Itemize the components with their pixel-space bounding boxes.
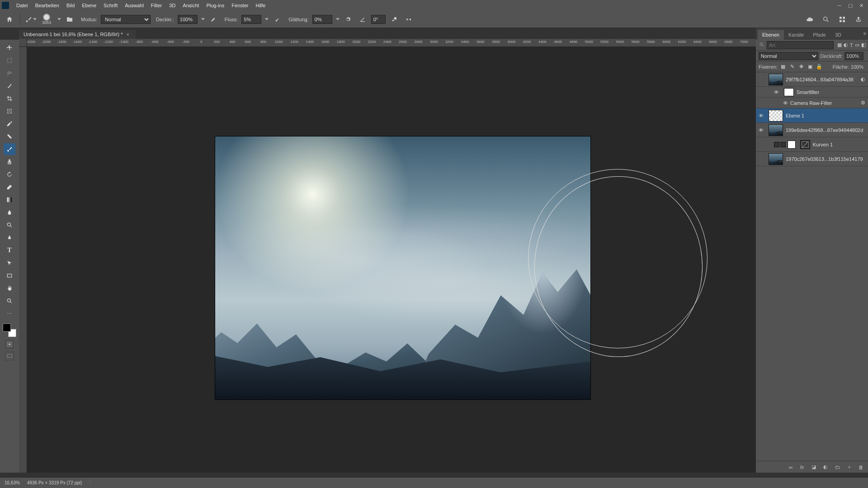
lock-artboard-icon[interactable]: ▣: [807, 63, 814, 70]
visibility-toggle[interactable]: 👁: [771, 89, 781, 95]
healing-tool[interactable]: [4, 131, 15, 142]
pressure-opacity-toggle[interactable]: [208, 14, 219, 25]
symmetry-toggle[interactable]: [403, 14, 415, 25]
lock-pixels-icon[interactable]: ✎: [788, 63, 796, 70]
layer-name[interactable]: Smartfilter: [797, 89, 865, 95]
layer-blend-mode[interactable]: Normal: [759, 52, 818, 60]
zoom-level[interactable]: 16,63%: [5, 480, 20, 485]
menu-bearbeiten[interactable]: Bearbeiten: [32, 0, 63, 11]
menu-3d[interactable]: 3D: [165, 0, 179, 11]
edit-toolbar[interactable]: ⋯: [4, 308, 15, 319]
ruler-vertical[interactable]: [19, 47, 27, 473]
pen-tool[interactable]: [4, 232, 15, 244]
screenmode-toggle[interactable]: [5, 352, 14, 361]
close-button[interactable]: ✕: [856, 1, 866, 9]
filter-smart-icon[interactable]: ◧: [861, 42, 866, 49]
tab-pfade[interactable]: Pfade: [808, 30, 830, 40]
brush-tool[interactable]: [4, 143, 15, 155]
layer-thumbnail[interactable]: [769, 124, 783, 136]
layer-thumbnail[interactable]: [769, 153, 783, 165]
airbrush-toggle[interactable]: [271, 14, 283, 25]
menu-ansicht[interactable]: Ansicht: [179, 0, 203, 11]
angle-value[interactable]: 0°: [371, 15, 386, 24]
layer-row-smartfilter[interactable]: 👁 Smartfilter: [756, 87, 868, 98]
layer-row-filterentry[interactable]: 👁 Camera Raw-Filter ⚙: [756, 98, 868, 108]
link-layers-button[interactable]: ⫘: [787, 464, 794, 471]
brush-preset-picker[interactable]: 3053: [39, 12, 54, 27]
menu-fenster[interactable]: Fenster: [228, 0, 252, 11]
layer-style-button[interactable]: fx: [798, 464, 806, 471]
search-button[interactable]: [820, 14, 832, 25]
new-layer-button[interactable]: ＋: [845, 464, 853, 471]
layer-name[interactable]: Kurven 1: [813, 142, 865, 147]
panel-menu-button[interactable]: ≡: [863, 31, 866, 36]
tab-kanaele[interactable]: Kanäle: [784, 30, 808, 40]
filter-mask-thumbnail[interactable]: [784, 88, 794, 96]
workspace-switcher[interactable]: [836, 14, 848, 25]
stamp-tool[interactable]: [4, 156, 15, 168]
share-button[interactable]: [853, 14, 864, 25]
angle-control[interactable]: [357, 14, 368, 25]
opacity-value[interactable]: 100%: [178, 15, 198, 24]
layer-row[interactable]: 👁 199e6dee42f968...87ee94944802d: [756, 123, 868, 137]
layer-row[interactable]: 1970c267e03613...1b3f115e14179: [756, 152, 868, 166]
layer-name[interactable]: 29f7fb124604...93a047894a38: [786, 77, 861, 82]
layer-row[interactable]: Kurven 1: [756, 137, 868, 152]
document-tab[interactable]: Unbenannt-1 bei 16,6% (Ebene 1, RGB/8#) …: [19, 30, 136, 39]
layer-row[interactable]: 29f7fb124604...93a047894a38 ◐: [756, 72, 868, 87]
minimize-button[interactable]: ─: [835, 1, 844, 9]
filter-adjust-icon[interactable]: ◐: [844, 42, 848, 49]
canvas-area[interactable]: -2200-2000-1800-1600-1400-1200-1000-800-…: [19, 39, 756, 473]
layer-name[interactable]: 1970c267e03613...1b3f115e14179: [786, 156, 865, 162]
menu-datei[interactable]: Datei: [13, 0, 32, 11]
history-brush-tool[interactable]: [4, 169, 15, 180]
layer-mask-thumbnail[interactable]: [788, 141, 796, 149]
delete-layer-button[interactable]: 🗑: [857, 464, 864, 471]
layer-thumbnail[interactable]: [769, 74, 783, 85]
quickmask-toggle[interactable]: [5, 340, 14, 349]
cloud-docs-button[interactable]: [804, 14, 816, 25]
group-button[interactable]: 🗀: [834, 464, 841, 471]
lock-position-icon[interactable]: ✥: [797, 63, 805, 70]
lasso-tool[interactable]: [4, 67, 15, 79]
filter-type-icon[interactable]: T: [850, 42, 853, 49]
visibility-toggle[interactable]: 👁: [756, 113, 766, 118]
object-select-tool[interactable]: [4, 80, 15, 92]
fill-value[interactable]: 100%: [851, 64, 863, 70]
menu-bild[interactable]: Bild: [63, 0, 78, 11]
tab-3d[interactable]: 3D: [830, 30, 846, 40]
menu-schrift[interactable]: Schrift: [100, 0, 121, 11]
ruler-horizontal[interactable]: -2200-2000-1800-1600-1400-1200-1000-800-…: [27, 39, 756, 47]
eyedropper-tool[interactable]: [4, 118, 15, 130]
marquee-tool[interactable]: [4, 55, 15, 66]
status-menu-arrow[interactable]: 〉: [89, 480, 94, 486]
path-select-tool[interactable]: [4, 257, 15, 269]
filter-pixel-icon[interactable]: ▦: [837, 42, 842, 49]
menu-ebene[interactable]: Ebene: [78, 0, 100, 11]
layer-name[interactable]: Camera Raw-Filter: [790, 100, 861, 106]
visibility-toggle[interactable]: 👁: [756, 127, 766, 133]
zoom-tool[interactable]: [4, 295, 15, 307]
flow-value[interactable]: 5%: [241, 15, 261, 24]
smoothing-options[interactable]: [342, 14, 354, 25]
pressure-size-toggle[interactable]: [388, 14, 400, 25]
menu-hilfe[interactable]: Hilfe: [252, 0, 269, 11]
layer-mask-button[interactable]: ◪: [810, 464, 817, 471]
blend-mode-select[interactable]: Normal: [101, 15, 151, 24]
tab-ebenen[interactable]: Ebenen: [758, 30, 784, 40]
move-tool[interactable]: [4, 42, 15, 54]
layer-row[interactable]: 👁 Ebene 1: [756, 108, 868, 123]
menu-filter[interactable]: Filter: [147, 0, 165, 11]
filter-toggle-icon[interactable]: ◐: [861, 76, 865, 82]
visibility-toggle[interactable]: 👁: [780, 100, 790, 106]
document-image[interactable]: [215, 136, 590, 399]
layer-thumbnail[interactable]: [769, 110, 783, 122]
adjustment-thumbnail[interactable]: [800, 140, 810, 149]
type-tool[interactable]: T: [4, 244, 15, 256]
frame-tool[interactable]: [4, 105, 15, 117]
layer-name[interactable]: Ebene 1: [786, 113, 865, 118]
adjustment-layer-button[interactable]: ◐: [822, 464, 829, 471]
doc-info[interactable]: 4936 Px × 3319 Px (72 ppi): [27, 480, 82, 485]
canvas-background[interactable]: [27, 47, 756, 473]
foreground-color-swatch[interactable]: [3, 324, 11, 332]
